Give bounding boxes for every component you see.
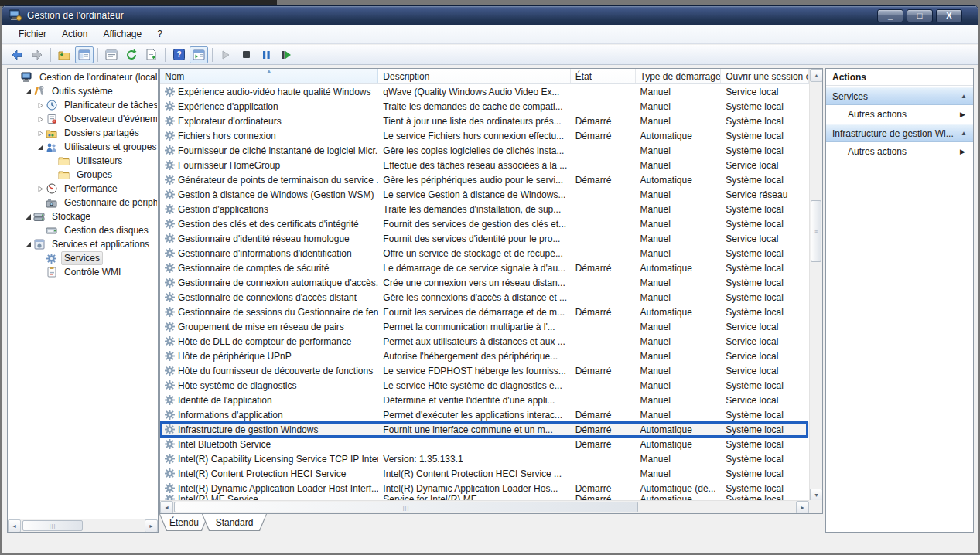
scroll-left-icon[interactable]: ◄ [8, 519, 21, 533]
table-row[interactable]: Intel(R) Dynamic Application Loader Host… [160, 481, 809, 495]
table-row[interactable]: Gestionnaire de connexion automatique d'… [160, 275, 809, 290]
table-row[interactable]: Gestionnaire d'informations d'identifica… [160, 246, 809, 260]
table-row[interactable]: Gestionnaire de connexions d'accès dista… [160, 290, 809, 305]
list-hscroll-thumb[interactable]: ||| [174, 502, 638, 512]
tree-item-task-scheduler[interactable]: Planificateur de tâches [9, 98, 157, 112]
export-list-button[interactable] [142, 46, 161, 63]
collapse-icon[interactable] [23, 240, 32, 249]
tree-item-device-manager[interactable]: Gestionnaire de périphé [9, 196, 157, 209]
tree-hscroll-thumb[interactable]: ||| [22, 520, 83, 531]
tree-item-services-apps[interactable]: Services et applications [9, 237, 157, 251]
table-row[interactable]: Générateur de points de terminaison du s… [160, 172, 809, 187]
expand-icon[interactable] [36, 128, 45, 138]
restart-service-button[interactable] [277, 46, 295, 63]
tree-item-tools[interactable]: Outils système [9, 84, 157, 98]
list-vscroll-thumb[interactable]: ≡ [811, 200, 821, 262]
titlebar[interactable]: Gestion de l'ordinateur _ □ X [2, 6, 978, 25]
table-row[interactable]: Gestion des clés et des certificats d'in… [160, 216, 809, 231]
scroll-right-icon[interactable]: ► [796, 501, 809, 514]
parent-folder-button[interactable] [55, 46, 73, 63]
table-row[interactable]: Hôte du fournisseur de découverte de fon… [160, 363, 809, 378]
pause-service-button[interactable] [257, 46, 275, 63]
list-vertical-scrollbar[interactable]: ▲ ≡ ▼ [809, 69, 822, 502]
column-header-nom[interactable]: ▲Nom [160, 69, 378, 83]
table-row[interactable]: Gestionnaire d'identité réseau homologue… [160, 231, 809, 246]
table-row[interactable]: Fichiers hors connexionLe service Fichie… [160, 128, 809, 143]
table-row[interactable]: Hôte de DLL de compteur de performancePe… [160, 334, 809, 349]
menu-item-?[interactable]: ? [150, 26, 169, 42]
tree-item-wmi[interactable]: Contrôle WMI [9, 265, 157, 279]
toolbar: ? [2, 45, 978, 65]
list-horizontal-scrollbar[interactable]: ◄ ||| ► [160, 500, 809, 513]
action-section-header[interactable]: Infrastructure de gestion Wi...▲ [826, 124, 973, 142]
forward-button[interactable] [28, 46, 46, 63]
scroll-up-icon[interactable]: ▲ [810, 69, 823, 82]
tree-item-disk-management[interactable]: Gestion des disques [9, 223, 157, 237]
close-button[interactable]: X [936, 9, 962, 22]
action-item[interactable]: Autres actions▶ [826, 105, 973, 123]
menu-item-fichier[interactable]: Fichier [12, 26, 53, 42]
menu-item-action[interactable]: Action [55, 26, 94, 42]
table-row[interactable]: Intel Bluetooth ServiceDémarréAutomatiqu… [160, 437, 809, 451]
scroll-right-icon[interactable]: ► [145, 519, 158, 533]
expand-icon[interactable] [36, 100, 45, 110]
table-row[interactable]: Gestionnaire de sessions du Gestionnaire… [160, 305, 809, 319]
expand-icon[interactable] [36, 184, 45, 193]
table-row[interactable]: Gestion à distance de Windows (Gestion W… [160, 187, 809, 202]
action-item[interactable]: Autres actions▶ [826, 142, 973, 160]
column-header-typededémarrage[interactable]: Type de démarrage [636, 69, 722, 83]
collapse-icon[interactable] [36, 142, 45, 152]
back-button[interactable] [8, 46, 26, 63]
action-section-header[interactable]: Services▲ [826, 87, 973, 105]
minimize-button[interactable]: _ [877, 9, 903, 22]
menu-item-affichage[interactable]: Affichage [96, 26, 149, 42]
column-header-état[interactable]: État [571, 69, 636, 83]
tree-horizontal-scrollbar[interactable]: ◄ ||| ► [8, 519, 158, 532]
tree-item-users-groups[interactable]: Utilisateurs et groupes l [9, 140, 157, 154]
expand-icon[interactable] [36, 114, 45, 124]
collapse-icon[interactable] [23, 212, 32, 221]
table-row[interactable]: Groupement de mise en réseau de pairsPer… [160, 319, 809, 334]
table-row[interactable]: Explorateur d'ordinateursTient à jour un… [160, 114, 809, 128]
table-row[interactable]: Gestion d'applicationsTraite les demande… [160, 202, 809, 216]
table-row[interactable]: Intel(R) Content Protection HECI Service… [160, 466, 809, 481]
collapse-chevron-icon[interactable]: ▲ [961, 130, 967, 137]
refresh-button[interactable] [122, 46, 141, 63]
console-tree-button[interactable] [75, 46, 94, 63]
tree-item-folder[interactable]: Utilisateurs [9, 154, 157, 168]
table-row[interactable]: Expérience d'applicationTraite les deman… [160, 99, 809, 114]
table-row[interactable]: Intel(R) Capability Licensing Service TC… [160, 451, 809, 466]
column-header-description[interactable]: Description [378, 69, 570, 83]
table-row[interactable]: Expérience audio-vidéo haute qualité Win… [160, 84, 809, 99]
table-row[interactable]: Infrastructure de gestion WindowsFournit… [160, 422, 809, 437]
collapse-icon[interactable] [23, 87, 32, 96]
scroll-left-icon[interactable]: ◄ [160, 501, 173, 514]
tree-item-folder[interactable]: Groupes [9, 168, 157, 182]
properties-button[interactable] [102, 46, 121, 63]
service-gear-icon [165, 424, 175, 434]
tree-item-storage[interactable]: Stockage [9, 209, 157, 223]
table-row[interactable]: Gestionnaire de comptes de sécuritéLe dé… [160, 260, 809, 275]
service-description-cell: Gère les copies logicielles de clichés i… [378, 145, 570, 156]
stop-service-button[interactable] [237, 46, 255, 63]
column-header-ouvrirunesessione[interactable]: Ouvrir une session e [721, 69, 809, 83]
table-row[interactable]: Fournisseur HomeGroupEffectue des tâches… [160, 158, 809, 172]
table-row[interactable]: Hôte de périphérique UPnPAutorise l'hébe… [160, 349, 809, 363]
tree-item-event-viewer[interactable]: Observateur d'événeme [9, 112, 157, 126]
tree-item-services[interactable]: Services [9, 251, 157, 265]
help-button[interactable]: ? [169, 46, 188, 63]
tab-standard[interactable]: Standard [202, 514, 267, 531]
tree-item-shared-folders[interactable]: Dossiers partagés [9, 126, 157, 140]
computer-management-icon [9, 9, 22, 22]
table-row[interactable]: Hôte système de diagnosticsLe service Hô… [160, 378, 809, 393]
table-row[interactable]: Identité de l'applicationDétermine et vé… [160, 393, 809, 407]
tree-item-computer[interactable]: Gestion de l'ordinateur (local) [9, 70, 157, 84]
start-service-button[interactable] [217, 46, 235, 63]
maximize-button[interactable]: □ [907, 9, 933, 22]
table-row[interactable]: Fournisseur de cliché instantané de logi… [160, 143, 809, 158]
tree-item-performance[interactable]: Performance [9, 182, 157, 196]
submenu-arrow-icon: ▶ [960, 111, 965, 118]
table-row[interactable]: Informations d'applicationPermet d'exécu… [160, 407, 809, 422]
collapse-chevron-icon[interactable]: ▲ [961, 93, 967, 100]
action-pane-button[interactable] [190, 46, 208, 63]
